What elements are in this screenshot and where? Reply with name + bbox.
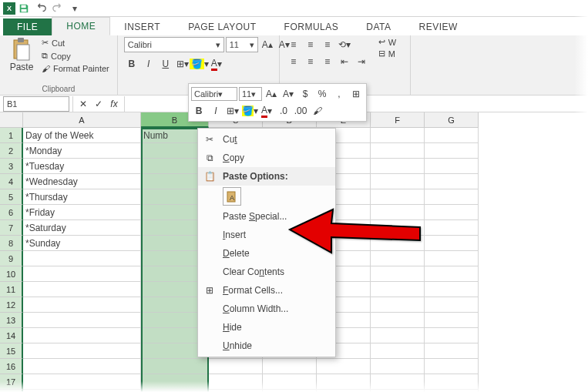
italic-button[interactable]: I (141, 56, 156, 72)
cell-A13[interactable] (23, 313, 141, 328)
row-header[interactable]: 14 (0, 328, 23, 343)
cell-B16[interactable] (141, 359, 209, 374)
name-box[interactable]: B1 (3, 96, 69, 112)
row-header[interactable]: 2 (0, 143, 23, 159)
wrap-text-button[interactable]: ↩W (378, 37, 396, 47)
paste-option-default[interactable]: A (223, 187, 241, 206)
cell-A4[interactable]: *Wednesday (23, 174, 141, 189)
row-header[interactable]: 7 (0, 220, 23, 236)
cell-A7[interactable]: *Saturday (23, 220, 141, 236)
align-right-icon[interactable]: ≡ (320, 54, 335, 69)
ctx-copy[interactable]: ⧉ Copy (198, 149, 335, 167)
ctx-paste-special[interactable]: Paste Special... (198, 207, 335, 226)
cell-F16[interactable] (371, 359, 425, 374)
cell-G13[interactable] (425, 313, 479, 328)
mini-inc-decimal-icon[interactable]: .00 (293, 103, 308, 119)
font-color-icon[interactable]: A▾ (209, 56, 224, 72)
cell-A16[interactable] (23, 359, 141, 374)
tab-file[interactable]: FILE (3, 18, 52, 35)
enter-icon[interactable]: ✓ (92, 99, 106, 109)
mini-format-icon[interactable]: ⊞ (348, 86, 364, 102)
mini-increase-font-icon[interactable]: A▴ (264, 86, 279, 102)
fx-icon[interactable]: fx (107, 99, 121, 109)
qat-dropdown-icon[interactable]: ▾ (66, 2, 83, 15)
cell-G9[interactable] (425, 251, 479, 266)
column-header-g[interactable]: G (425, 112, 479, 128)
mini-bold-button[interactable]: B (191, 103, 207, 119)
cell-F12[interactable] (371, 297, 425, 313)
row-header[interactable]: 11 (0, 282, 23, 297)
cell-G17[interactable] (425, 374, 479, 390)
cell-D16[interactable] (263, 359, 317, 374)
mini-italic-button[interactable]: I (208, 103, 223, 119)
cell-A12[interactable] (23, 297, 141, 313)
increase-indent-icon[interactable]: ⇥ (354, 54, 369, 69)
cell-G4[interactable] (425, 174, 479, 189)
mini-font-color-icon[interactable]: A▾ (259, 103, 274, 119)
cell-F2[interactable] (371, 143, 425, 159)
increase-font-icon[interactable]: A▴ (260, 37, 275, 52)
cell-F13[interactable] (371, 313, 425, 328)
ctx-clear-contents[interactable]: Clear Contents (198, 263, 335, 281)
mini-comma-icon[interactable]: , (331, 86, 347, 102)
font-name-select[interactable]: Calibri▾ (124, 37, 224, 52)
save-icon[interactable] (15, 2, 32, 15)
cell-B17[interactable] (141, 374, 209, 390)
cell-G2[interactable] (425, 143, 479, 159)
row-header[interactable]: 9 (0, 251, 23, 266)
fill-color-icon[interactable]: 🪣▾ (192, 56, 207, 72)
cell-G11[interactable] (425, 282, 479, 297)
row-header[interactable]: 10 (0, 266, 23, 282)
ctx-unhide[interactable]: Unhide (198, 337, 335, 355)
cell-F17[interactable] (371, 374, 425, 390)
row-header[interactable]: 4 (0, 174, 23, 189)
mini-currency-icon[interactable]: $ (297, 86, 313, 102)
row-header[interactable]: 15 (0, 343, 23, 359)
row-header[interactable]: 17 (0, 374, 23, 390)
cell-G12[interactable] (425, 297, 479, 313)
row-header[interactable]: 16 (0, 359, 23, 374)
cell-A5[interactable]: *Thursday (23, 189, 141, 205)
tab-home[interactable]: HOME (52, 17, 110, 35)
cell-F7[interactable] (371, 220, 425, 236)
ctx-delete[interactable]: Delete (198, 244, 335, 263)
row-header[interactable]: 12 (0, 297, 23, 313)
tab-page-layout[interactable]: PAGE LAYOUT (174, 18, 270, 35)
cell-G15[interactable] (425, 343, 479, 359)
column-header-f[interactable]: F (371, 112, 425, 128)
paste-button[interactable]: Paste (6, 37, 37, 72)
cell-A15[interactable] (23, 343, 141, 359)
row-header[interactable]: 8 (0, 236, 23, 251)
tab-formulas[interactable]: FORMULAS (270, 18, 353, 35)
align-center-icon[interactable]: ≡ (303, 54, 318, 69)
align-left-icon[interactable]: ≡ (286, 54, 301, 69)
cell-G7[interactable] (425, 220, 479, 236)
cell-F14[interactable] (371, 328, 425, 343)
cut-button[interactable]: ✂Cut (40, 37, 111, 49)
align-top-icon[interactable]: ≡ (286, 37, 301, 52)
cell-D17[interactable] (263, 374, 317, 390)
cell-G1[interactable] (425, 128, 479, 143)
merge-center-button[interactable]: ⊟M (378, 49, 396, 59)
cell-A11[interactable] (23, 282, 141, 297)
cell-C17[interactable] (209, 374, 263, 390)
cell-G16[interactable] (425, 359, 479, 374)
mini-size-select[interactable]: 11 ▾ (239, 87, 262, 101)
cell-E17[interactable] (317, 374, 371, 390)
mini-percent-icon[interactable]: % (314, 86, 330, 102)
cell-A10[interactable] (23, 266, 141, 282)
cell-F11[interactable] (371, 282, 425, 297)
decrease-indent-icon[interactable]: ⇤ (337, 54, 352, 69)
row-header[interactable]: 6 (0, 205, 23, 220)
row-header[interactable]: 3 (0, 159, 23, 174)
font-size-select[interactable]: 11▾ (226, 37, 258, 52)
cell-F15[interactable] (371, 343, 425, 359)
cell-F8[interactable] (371, 236, 425, 251)
cell-G6[interactable] (425, 205, 479, 220)
row-header[interactable]: 1 (0, 128, 23, 143)
row-header[interactable]: 13 (0, 313, 23, 328)
cell-A9[interactable] (23, 251, 141, 266)
cell-F10[interactable] (371, 266, 425, 282)
cell-E16[interactable] (317, 359, 371, 374)
cell-G3[interactable] (425, 159, 479, 174)
